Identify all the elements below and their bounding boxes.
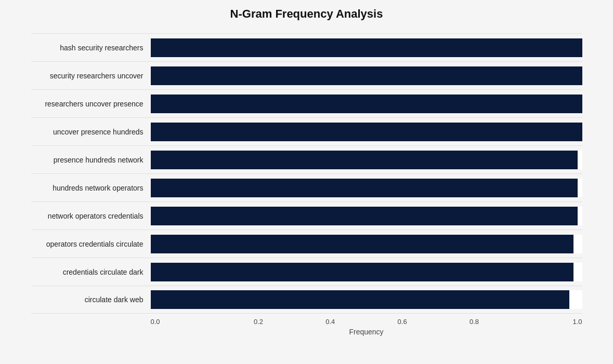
bar-row: operators credentials circulate (31, 230, 582, 258)
x-tick: 0.2 (223, 318, 294, 326)
x-tick: 0.8 (438, 318, 510, 326)
bar-fill (151, 235, 573, 253)
bar-fill (151, 263, 573, 281)
bar-track (151, 95, 582, 113)
x-tick: 1.0 (510, 318, 582, 326)
bar-label: security researchers uncover (31, 72, 151, 80)
bar-row: circulate dark web (31, 286, 582, 314)
bar-track (151, 290, 582, 309)
bar-label: researchers uncover presence (31, 100, 151, 108)
bar-label: hundreds network operators (31, 184, 151, 192)
x-axis-label: Frequency (151, 328, 582, 336)
bar-label: hash security researchers (31, 44, 151, 52)
bar-label: uncover presence hundreds (31, 128, 151, 136)
bar-fill (151, 290, 569, 309)
chart-title: N-Gram Frequency Analysis (31, 7, 582, 21)
x-axis: 0.00.20.40.60.81.0 (151, 318, 582, 326)
bar-track (151, 38, 582, 57)
bar-row: security researchers uncover (31, 61, 582, 89)
bar-fill (151, 95, 582, 113)
bar-label: network operators credentials (31, 212, 151, 220)
bar-track (151, 151, 582, 169)
bar-label: circulate dark web (31, 295, 151, 304)
bar-row: uncover presence hundreds (31, 117, 582, 145)
bar-track (151, 235, 582, 253)
chart-container: N-Gram Frequency Analysis hash security … (21, 0, 593, 364)
bar-track (151, 123, 582, 141)
bar-track (151, 263, 582, 281)
x-tick: 0.6 (366, 318, 438, 326)
bar-row: hash security researchers (31, 33, 582, 61)
bar-row: presence hundreds network (31, 145, 582, 173)
bar-track (151, 66, 582, 85)
bar-fill (151, 38, 582, 57)
chart-area: hash security researcherssecurity resear… (31, 33, 582, 314)
bar-track (151, 207, 582, 225)
bar-fill (151, 179, 578, 197)
bar-fill (151, 66, 582, 85)
bar-label: operators credentials circulate (31, 240, 151, 248)
x-tick: 0.4 (294, 318, 366, 326)
bar-label: credentials circulate dark (31, 268, 151, 276)
bar-track (151, 179, 582, 197)
bar-fill (151, 151, 578, 169)
bar-row: credentials circulate dark (31, 258, 582, 286)
bar-label: presence hundreds network (31, 156, 151, 164)
bar-row: hundreds network operators (31, 173, 582, 201)
bar-fill (151, 207, 578, 225)
x-tick: 0.0 (151, 318, 223, 326)
bar-fill (151, 123, 582, 141)
bar-row: researchers uncover presence (31, 89, 582, 117)
bar-row: network operators credentials (31, 201, 582, 230)
